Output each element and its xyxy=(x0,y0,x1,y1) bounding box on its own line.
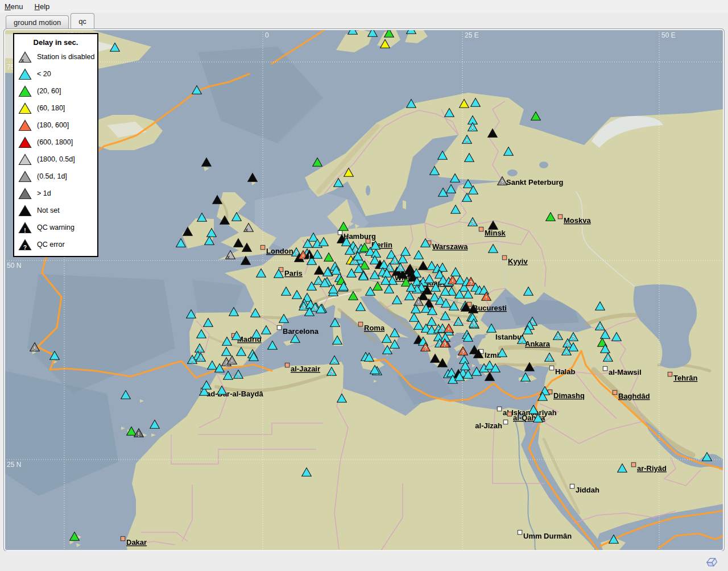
station-qc-mark: ? xyxy=(461,350,465,356)
r-triangle-icon xyxy=(18,136,32,148)
city-marker xyxy=(260,245,265,250)
city-label: Dakar xyxy=(126,538,147,547)
station-qc-mark: ? xyxy=(424,346,427,352)
menu-item-menu[interactable]: Menu xyxy=(5,2,23,11)
legend-item: (20, 60] xyxy=(14,82,97,100)
city-marker xyxy=(503,420,508,424)
station-qc-mark: ! xyxy=(417,300,419,307)
station-qc-mark: ! xyxy=(302,254,304,260)
station-qc-mark: ? xyxy=(471,221,474,227)
city-marker xyxy=(631,462,636,467)
station-qc-mark: ? xyxy=(302,305,305,311)
station-qc-mark: ? xyxy=(237,373,240,379)
station-qc-mark: ? xyxy=(313,306,317,312)
city-label: Jiddah xyxy=(576,486,599,494)
package-icon xyxy=(704,555,719,568)
city-label: al-Jîzah xyxy=(475,421,502,430)
city-marker xyxy=(358,322,363,326)
status-bar xyxy=(0,551,728,571)
station-qc-mark: ? xyxy=(443,342,446,348)
station-qc-mark: ! xyxy=(138,432,139,438)
city-label: Kyyiv xyxy=(508,257,528,266)
legend-item-label: < 20 xyxy=(37,70,51,78)
parallel-label: 25 N xyxy=(7,461,21,469)
meridian-label: 50 E xyxy=(661,31,676,39)
meridian-label: 25 E xyxy=(465,31,479,39)
city-label: Paris xyxy=(284,269,303,278)
d3-triangle-icon xyxy=(18,188,32,200)
g-triangle-icon xyxy=(18,85,32,97)
disabled-triangle-icon: x xyxy=(18,51,32,63)
city-marker xyxy=(479,227,483,231)
city-label: Dimashq xyxy=(553,391,585,400)
station-qc-mark: ! xyxy=(565,350,567,356)
legend-item: Not set xyxy=(14,202,97,219)
legend-title: Delay in sec. xyxy=(14,38,97,47)
city-label: al-Jazair xyxy=(291,365,320,373)
city-label: ar-Riyâd xyxy=(637,464,667,473)
legend-item-label: (20, 60] xyxy=(37,87,61,95)
legend-item-label: Not set xyxy=(37,206,60,214)
legend-item-label: (60, 180] xyxy=(37,104,65,112)
legend-panel: Delay in sec. xStation is disabled< 20(2… xyxy=(13,33,98,257)
legend-items: xStation is disabled< 20(20, 60](60, 180… xyxy=(14,48,97,253)
city-marker xyxy=(507,412,512,416)
city-label: London xyxy=(266,247,293,255)
city-label: Baghdâd xyxy=(618,392,650,400)
station-qc-mark: ? xyxy=(572,336,575,342)
station-qc-mark: ? xyxy=(199,356,202,362)
legend-item-label: QC error xyxy=(37,241,65,249)
station-qc-mark: ? xyxy=(457,320,460,326)
station-qc-mark: ! xyxy=(231,359,233,365)
station-qc-mark: ! xyxy=(308,253,310,259)
city-label: al-Mawsil xyxy=(609,368,642,376)
map-canvas[interactable]: 25 W025 E50 E75 N50 N25 N LondonParisHam… xyxy=(5,30,723,551)
city-label: Bucuresti xyxy=(473,304,507,312)
station-qc-mark: ? xyxy=(330,370,333,376)
y-triangle-icon xyxy=(18,102,32,114)
city-label: Hamburg xyxy=(344,232,376,241)
station-qc-mark: ! xyxy=(466,138,468,144)
station-qc-mark: ? xyxy=(399,266,402,272)
station-qc-mark: ? xyxy=(548,356,551,362)
city-marker xyxy=(613,390,617,395)
city-marker xyxy=(518,530,522,535)
menubar: MenuHelp xyxy=(0,0,728,13)
legend-item-label: (1800, 0.5d] xyxy=(37,155,75,163)
menu-item-help[interactable]: Help xyxy=(35,2,50,11)
station-qc-mark: ? xyxy=(393,259,396,265)
station-qc-mark: ! xyxy=(34,346,35,352)
legend-item: (60, 180] xyxy=(14,100,97,117)
city-marker xyxy=(121,536,125,541)
city-marker xyxy=(603,366,607,371)
legend-item-label: > 1d xyxy=(37,189,51,197)
legend-item: > 1d xyxy=(14,185,97,202)
legend-item: xStation is disabled xyxy=(14,48,97,65)
legend-item-label: (180, 600] xyxy=(37,121,69,129)
tab-qc[interactable]: qc xyxy=(71,13,94,28)
station-qc-mark: ! xyxy=(485,295,487,301)
station-qc-mark: ! xyxy=(191,358,193,365)
legend-item: (1800, 0.5d] xyxy=(14,151,97,168)
city-marker xyxy=(277,325,282,330)
city-marker xyxy=(285,363,289,367)
legend-item: ?QC error xyxy=(14,236,97,253)
parallel-label: 50 N xyxy=(7,262,21,270)
d2-triangle-icon xyxy=(18,171,32,183)
station-qc-mark: x xyxy=(245,227,248,233)
station-qc-mark: ? xyxy=(500,180,504,186)
city-label: Minsk xyxy=(485,229,506,237)
station-qc-mark: ? xyxy=(606,356,610,362)
c-triangle-icon xyxy=(18,68,32,80)
legend-item: (600, 1800] xyxy=(14,134,97,151)
tab-ground-motion[interactable]: ground motion xyxy=(6,15,69,28)
city-marker xyxy=(549,366,554,370)
city-label: Sankt Peterburg xyxy=(506,178,563,187)
legend-item: < 20 xyxy=(14,65,97,82)
legend-item: !QC warning xyxy=(14,219,97,236)
city-label: Barcelona xyxy=(283,327,319,336)
city-label: Roma xyxy=(364,324,385,332)
station-qc-mark: x xyxy=(227,254,230,260)
station-qc-mark: ! xyxy=(471,126,473,132)
svg-text:x: x xyxy=(21,57,24,63)
